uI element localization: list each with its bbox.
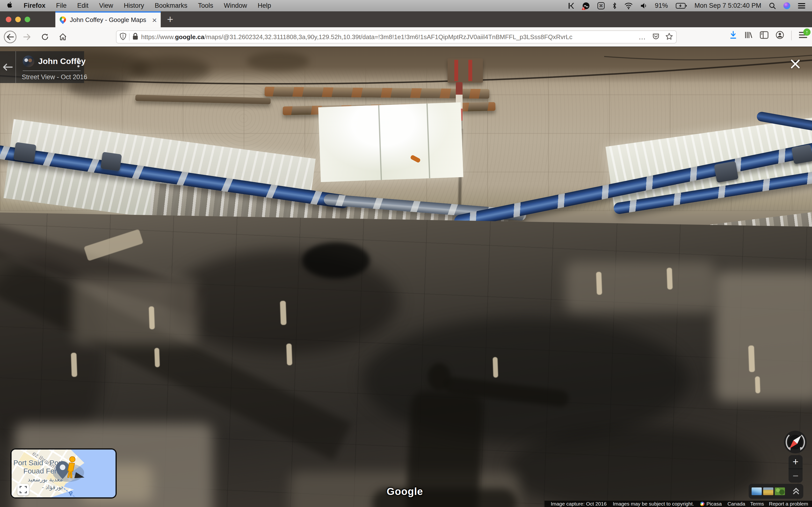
zoom-out-button[interactable]: − (789, 469, 803, 483)
sun-slit (286, 344, 292, 365)
copyright-notice: Images may be subject to copyright. (613, 501, 694, 507)
lock-icon[interactable] (133, 33, 138, 41)
new-tab-button[interactable]: + (164, 13, 176, 25)
minimap-fullscreen-button[interactable] (17, 484, 29, 495)
tab-close-icon[interactable]: × (152, 16, 157, 24)
command-key-icon[interactable]: ⌘ (597, 2, 605, 9)
keyboard-maestro-icon[interactable] (567, 2, 575, 9)
window-minimize-button[interactable] (15, 17, 21, 22)
overhead-cable (0, 47, 812, 110)
bookmark-star-icon[interactable] (666, 33, 673, 41)
sunlit-patch (565, 262, 715, 313)
forward-button[interactable] (21, 31, 33, 43)
sunlit-patch (72, 279, 198, 344)
account-icon[interactable] (776, 31, 784, 40)
back-arrow-button[interactable] (0, 51, 16, 83)
sun-slit (666, 268, 672, 290)
menu-bar-clock[interactable]: Mon Sep 7 5:02:40 PM (695, 2, 761, 9)
downloads-icon[interactable] (729, 31, 737, 40)
region-label: Canada (727, 501, 745, 507)
pocket-icon[interactable] (653, 33, 659, 41)
sun-slit (280, 301, 286, 325)
fullscreen-icon (19, 486, 27, 494)
shadow-patch (302, 242, 370, 279)
sun-slit (755, 376, 760, 394)
battery-icon[interactable] (676, 3, 687, 9)
double-chevron-up-icon (792, 487, 800, 495)
reload-button[interactable] (39, 31, 51, 43)
window-close-button[interactable] (6, 17, 11, 22)
author-avatar[interactable] (23, 56, 34, 67)
back-arrow-icon (3, 63, 12, 71)
menu-item-view[interactable]: View (99, 2, 113, 9)
pipe-clamp (714, 161, 739, 183)
page-actions-icon[interactable]: … (639, 33, 646, 41)
photo-thumbnail[interactable] (775, 488, 785, 495)
home-button[interactable] (57, 31, 69, 43)
minimap-canvas[interactable]: ez Ibrahim Port Said - Port Fouad Ferry … (12, 450, 115, 497)
sunlit-patch (715, 271, 812, 402)
library-icon[interactable] (744, 31, 753, 40)
tracking-protection-shield-icon[interactable] (120, 33, 126, 41)
zoom-control: + − (789, 455, 803, 483)
menu-item-history[interactable]: History (124, 2, 144, 9)
picasa-attribution[interactable]: Picasa (700, 501, 722, 507)
menu-item-window[interactable]: Window (224, 2, 247, 9)
collapse-thumbnails-button[interactable] (792, 487, 800, 496)
compass-control[interactable] (784, 431, 807, 453)
photo-thumbnail[interactable] (763, 488, 773, 495)
macos-desktop: Firefox File Edit View History Bookmarks… (0, 0, 812, 507)
close-street-view-button[interactable] (790, 58, 801, 69)
kebab-menu-icon[interactable] (77, 56, 80, 69)
macos-menu-bar: Firefox File Edit View History Bookmarks… (0, 0, 812, 11)
minimap[interactable]: ez Ibrahim Port Said - Port Fouad Ferry … (10, 448, 117, 499)
zoom-in-button[interactable]: + (789, 455, 803, 469)
spotlight-icon[interactable] (769, 2, 776, 9)
back-button[interactable] (4, 31, 16, 43)
menu-item-help[interactable]: Help (258, 2, 271, 9)
battery-percent[interactable]: 91% (655, 2, 668, 9)
menu-item-tools[interactable]: Tools (198, 2, 213, 9)
sun-slit (154, 348, 160, 368)
window-zoom-button[interactable] (24, 17, 30, 22)
report-problem-link[interactable]: Report a problem (769, 501, 808, 507)
firefox-tab-bar: John Coffey - Google Maps × + (0, 11, 812, 27)
photo-thumbnail-strip (749, 484, 803, 499)
street-view-date: Street View - Oct 2016 (22, 73, 87, 81)
terms-link[interactable]: Terms (750, 501, 764, 507)
sidebar-toggle-icon[interactable] (760, 31, 768, 40)
wifi-icon[interactable] (624, 2, 633, 9)
address-text[interactable]: https://www.google.ca/maps/@31.2602324,3… (141, 33, 636, 41)
browser-tab[interactable]: John Coffey - Google Maps × (55, 11, 161, 27)
notification-center-icon[interactable] (798, 3, 805, 9)
apple-menu-icon[interactable] (7, 1, 13, 10)
glass-canopy-center (318, 102, 463, 182)
svg-text:⌘: ⌘ (599, 3, 603, 8)
close-icon (790, 58, 801, 69)
wooden-crate (448, 58, 483, 82)
update-available-badge: ↑ (803, 29, 811, 36)
menu-item-edit[interactable]: Edit (77, 2, 89, 9)
maps-attribution-bar: Image capture: Oct 2016 Images may be su… (545, 501, 812, 507)
street-view-panorama[interactable]: John Coffey Street View - Oct 2016 Googl… (0, 47, 812, 507)
firefox-navigation-bar: https://www.google.ca/maps/@31.2602324,3… (0, 27, 812, 47)
sun-slit (493, 357, 498, 378)
menu-item-file[interactable]: File (56, 2, 67, 9)
menu-item-bookmarks[interactable]: Bookmarks (155, 2, 187, 9)
sun-slit (149, 306, 155, 330)
volume-icon[interactable] (641, 3, 647, 9)
url-bar[interactable]: https://www.google.ca/maps/@31.2602324,3… (116, 31, 677, 44)
sun-slit (71, 353, 77, 377)
google-maps-pin-icon (59, 16, 66, 24)
google-watermark: Google (387, 486, 423, 497)
street-view-header: John Coffey Street View - Oct 2016 (0, 51, 84, 83)
siri-icon[interactable] (783, 2, 790, 9)
menu-hamburger-icon[interactable]: ↑ (799, 32, 807, 40)
menu-item-firefox[interactable]: Firefox (24, 2, 45, 9)
bluetooth-icon[interactable] (612, 2, 617, 9)
photo-thumbnail[interactable] (752, 488, 762, 495)
header-divider (23, 70, 81, 71)
tab-title: John Coffey - Google Maps (70, 16, 150, 24)
pipe-clamp (792, 145, 812, 164)
adobe-creative-cloud-icon[interactable] (582, 2, 590, 9)
